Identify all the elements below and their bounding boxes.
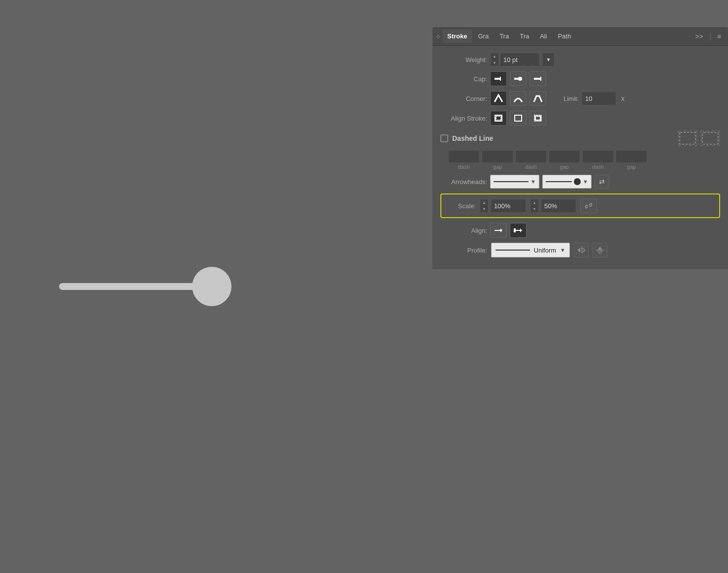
svg-rect-0: [495, 78, 500, 80]
tab-transform1[interactable]: Tra: [495, 30, 514, 43]
profile-flip-v-button[interactable]: [593, 243, 607, 257]
tab-stroke[interactable]: Stroke: [442, 30, 472, 43]
tab-diamond-icon: ◇: [436, 33, 440, 39]
scale-link-button[interactable]: [580, 198, 597, 213]
scale1-spinner[interactable]: ▲ ▼: [480, 199, 489, 213]
tab-bar: ◇ Stroke Gra Tra Tra Ali Path >> | ≡: [432, 27, 728, 46]
gap2-input[interactable]: [549, 150, 580, 163]
scale2-down-arrow[interactable]: ▼: [530, 206, 538, 212]
dash2-label: dash: [525, 164, 537, 170]
weight-spinner-group: ▲ ▼: [490, 53, 539, 66]
scale-section: Scale: ▲ ▼ ▲ ▼: [440, 193, 720, 218]
corner-miter-button[interactable]: [490, 91, 507, 106]
align-stroke-outside-button[interactable]: [529, 111, 546, 126]
align-row: Align:: [440, 223, 720, 238]
arrowhead-start-caret: ▼: [530, 179, 536, 185]
svg-rect-11: [680, 132, 695, 144]
dashed-line-checkbox[interactable]: [440, 134, 448, 142]
svg-marker-21: [577, 248, 580, 253]
dash3-wrap: dash: [582, 150, 614, 170]
cap-projecting-button[interactable]: [529, 71, 546, 86]
gap2-label: gap: [560, 164, 569, 170]
tab-transform2[interactable]: Tra: [515, 30, 534, 43]
cap-round-button[interactable]: [510, 71, 527, 86]
svg-marker-18: [520, 228, 522, 232]
svg-marker-24: [597, 247, 602, 250]
cap-row: Cap:: [440, 71, 720, 86]
svg-rect-19: [514, 228, 516, 232]
dash1-input[interactable]: [448, 150, 480, 163]
profile-label: Profile:: [440, 247, 487, 254]
tab-gradient[interactable]: Gra: [473, 30, 494, 43]
svg-rect-9: [535, 116, 540, 120]
align-end-button[interactable]: [510, 223, 527, 238]
arrowheads-row: Arrowheads: ▼ ▼ ⇄: [440, 175, 720, 189]
align-stroke-inside-button[interactable]: [490, 111, 507, 126]
arrowhead-end-dot: [574, 178, 581, 185]
corner-bevel-button[interactable]: [529, 91, 546, 106]
limit-x-button[interactable]: x: [619, 94, 627, 103]
svg-line-13: [587, 207, 588, 208]
dashed-corner-adjust-button[interactable]: [700, 130, 720, 146]
align-stroke-center-button[interactable]: [510, 111, 527, 126]
scale2-input[interactable]: [541, 199, 576, 213]
arrowhead-start-select[interactable]: ▼: [490, 175, 539, 189]
weight-up-arrow[interactable]: ▲: [491, 53, 498, 60]
tab-separator: |: [709, 32, 711, 41]
scale2-up-arrow[interactable]: ▲: [530, 199, 538, 206]
weight-down-arrow[interactable]: ▼: [491, 60, 498, 66]
limit-label: Limit:: [554, 95, 579, 102]
weight-row: Weight: ▲ ▼ ▼: [440, 53, 720, 66]
svg-line-14: [590, 204, 590, 205]
canvas-area: [0, 0, 291, 573]
arrowhead-swap-button[interactable]: ⇄: [595, 175, 609, 189]
profile-select[interactable]: Uniform ▼: [491, 243, 570, 257]
gap2-wrap: gap: [549, 150, 580, 170]
arrowhead-end-select[interactable]: ▼: [542, 175, 592, 189]
align-stroke-label: Align Stroke:: [440, 115, 487, 122]
dash3-label: dash: [592, 164, 604, 170]
weight-input[interactable]: [500, 53, 539, 66]
corner-label: Corner:: [440, 95, 487, 102]
limit-input[interactable]: [582, 92, 616, 105]
tab-align[interactable]: Ali: [535, 30, 552, 43]
gap1-input[interactable]: [482, 150, 513, 163]
gap1-wrap: gap: [482, 150, 513, 170]
profile-line: [496, 250, 530, 251]
dash3-input[interactable]: [582, 150, 614, 163]
more-tabs-button[interactable]: >>: [692, 31, 706, 42]
gap3-label: gap: [627, 164, 636, 170]
gap1-label: gap: [493, 164, 502, 170]
profile-flip-h-button[interactable]: [574, 243, 589, 257]
tab-path[interactable]: Path: [553, 30, 576, 43]
cap-butt-button[interactable]: [490, 71, 507, 86]
svg-point-3: [518, 77, 522, 81]
svg-marker-25: [597, 251, 602, 254]
dash2-wrap: dash: [515, 150, 547, 170]
stroke-panel: ◇ Stroke Gra Tra Tra Ali Path >> | ≡ Wei…: [432, 27, 728, 269]
scale1-input[interactable]: [491, 199, 526, 213]
scale1-down-arrow[interactable]: ▼: [480, 206, 488, 212]
svg-marker-16: [500, 228, 502, 232]
corner-round-button[interactable]: [510, 91, 527, 106]
dash2-input[interactable]: [515, 150, 547, 163]
stroke-line: [59, 283, 197, 290]
dash1-label: dash: [458, 164, 470, 170]
weight-dropdown[interactable]: ▼: [542, 53, 555, 66]
dashed-line-section: Dashed Line: [440, 130, 720, 170]
weight-spinner[interactable]: ▲ ▼: [490, 53, 499, 66]
align-label: Align:: [440, 227, 487, 234]
weight-label: Weight:: [440, 56, 487, 64]
scale2-spinner[interactable]: ▲ ▼: [530, 199, 539, 213]
gap3-input[interactable]: [616, 150, 647, 163]
corner-row: Corner: Limit: x: [440, 91, 720, 106]
scale1-up-arrow[interactable]: ▲: [480, 199, 488, 206]
stroke-circle: [192, 267, 232, 306]
stroke-preview: [59, 267, 232, 306]
svg-rect-8: [515, 115, 522, 121]
panel-menu-button[interactable]: ≡: [714, 31, 724, 42]
tab-menu-area: >> | ≡: [692, 31, 724, 42]
scale-input-group-1: ▲ ▼: [480, 199, 526, 213]
align-start-button[interactable]: [490, 223, 507, 238]
dashed-corner-preserve-button[interactable]: [678, 130, 697, 146]
